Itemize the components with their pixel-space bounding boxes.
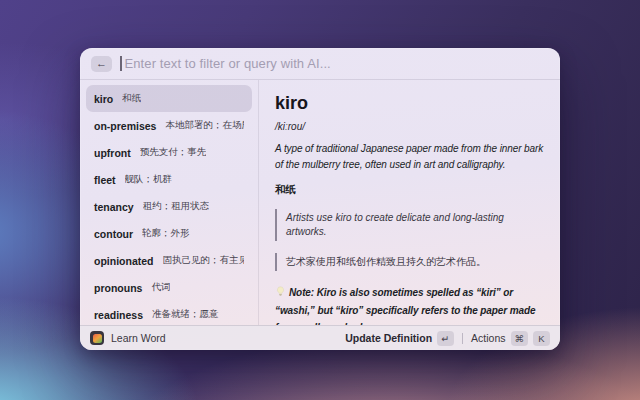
k-key-badge: K: [533, 331, 550, 346]
launcher-window: ← Enter text to filter or query with AI.…: [80, 48, 560, 350]
translation-heading: 和纸: [275, 183, 544, 197]
word-list-item[interactable]: upfront 预先支付；事先: [86, 139, 252, 166]
pronunciation: /kiːrou/: [275, 121, 544, 132]
note-text: Note: Kiro is also sometimes spelled as …: [275, 287, 536, 325]
detail-panel: kiro /kiːrou/ A type of traditional Japa…: [259, 80, 560, 325]
word-title: kiro: [275, 93, 544, 114]
word-list-item[interactable]: readiness 准备就绪；愿意: [86, 301, 252, 328]
word-translation: 舰队；机群: [125, 173, 173, 186]
usage-note: Note: Kiro is also sometimes spelled as …: [275, 284, 544, 325]
word-translation: 和纸: [122, 92, 141, 105]
footer-bar: Learn Word Update Definition ↵ Actions ⌘…: [80, 325, 560, 350]
return-key-badge: ↵: [437, 331, 454, 346]
definition-text: A type of traditional Japanese paper mad…: [275, 141, 544, 172]
word-list: kiro 和纸 on-premises 本地部署的；在场所内的 upfront …: [80, 80, 259, 325]
learn-word-app-icon: [90, 331, 104, 345]
update-definition-label: Update Definition: [345, 332, 432, 344]
word-list-item[interactable]: tenancy 租约；租用状态: [86, 193, 252, 220]
word-label: tenancy: [94, 201, 134, 213]
word-translation: 准备就绪；愿意: [152, 308, 219, 321]
command-key-badge: ⌘: [511, 331, 529, 346]
text-caret: [120, 56, 122, 71]
word-translation: 轮廓；外形: [142, 227, 190, 240]
word-label: fleet: [94, 174, 116, 186]
footer-divider: [462, 333, 463, 344]
word-label: readiness: [94, 309, 143, 321]
word-list-item[interactable]: opinionated 固执己见的；有主见的: [86, 247, 252, 274]
word-label: kiro: [94, 93, 113, 105]
word-translation: 租约；租用状态: [143, 200, 210, 213]
word-translation: 预先支付；事先: [140, 146, 207, 159]
app-icon-glyph: [93, 334, 102, 343]
word-list-item[interactable]: fleet 舰队；机群: [86, 166, 252, 193]
arrow-left-icon: ←: [96, 56, 107, 71]
word-label: contour: [94, 228, 133, 240]
search-bar: ← Enter text to filter or query with AI.…: [80, 48, 560, 80]
word-list-item[interactable]: pronouns 代词: [86, 274, 252, 301]
word-label: opinionated: [94, 255, 154, 267]
example-quote-en: Artists use kiro to create delicate and …: [275, 209, 544, 241]
back-button[interactable]: ←: [91, 56, 112, 72]
word-translation: 固执己见的；有主见的: [163, 254, 245, 267]
word-label: upfront: [94, 147, 131, 159]
app-name: Learn Word: [111, 332, 166, 344]
word-translation: 代词: [151, 281, 170, 294]
word-list-item[interactable]: contour 轮廓；外形: [86, 220, 252, 247]
update-definition-button[interactable]: Update Definition ↵: [345, 331, 454, 346]
lightbulb-icon: [275, 285, 286, 302]
word-list-item[interactable]: kiro 和纸: [86, 85, 252, 112]
main-content: kiro 和纸 on-premises 本地部署的；在场所内的 upfront …: [80, 80, 560, 325]
actions-label: Actions: [471, 332, 505, 344]
search-input[interactable]: Enter text to filter or query with AI...: [120, 56, 549, 71]
word-label: pronouns: [94, 282, 142, 294]
word-translation: 本地部署的；在场所内的: [165, 119, 244, 132]
actions-button[interactable]: Actions ⌘ K: [471, 331, 550, 346]
footer-actions: Update Definition ↵ Actions ⌘ K: [345, 331, 550, 346]
word-list-item[interactable]: on-premises 本地部署的；在场所内的: [86, 112, 252, 139]
word-label: on-premises: [94, 120, 156, 132]
example-quote-zh: 艺术家使用和纸创作精致且持久的艺术作品。: [275, 253, 544, 271]
search-placeholder: Enter text to filter or query with AI...: [125, 56, 331, 71]
